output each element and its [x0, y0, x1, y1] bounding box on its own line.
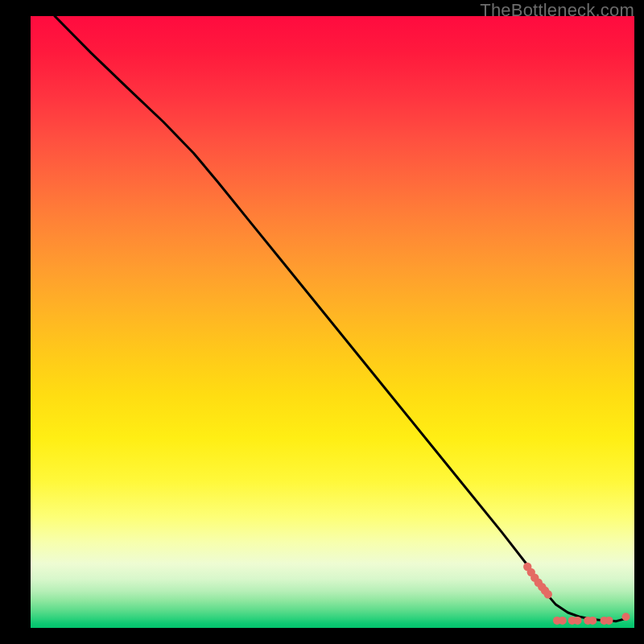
data-dot: [574, 617, 582, 625]
chart-frame: TheBottleneck.com: [0, 0, 644, 644]
data-dot: [544, 590, 552, 598]
chart-svg: [31, 16, 634, 628]
curve-path: [55, 16, 625, 621]
data-dot: [559, 617, 567, 625]
plot-area: [31, 16, 634, 628]
watermark-text: TheBottleneck.com: [480, 0, 634, 21]
data-dot: [588, 617, 597, 625]
data-dot: [622, 613, 630, 621]
curve-series: [55, 16, 625, 621]
data-dot: [605, 617, 613, 625]
